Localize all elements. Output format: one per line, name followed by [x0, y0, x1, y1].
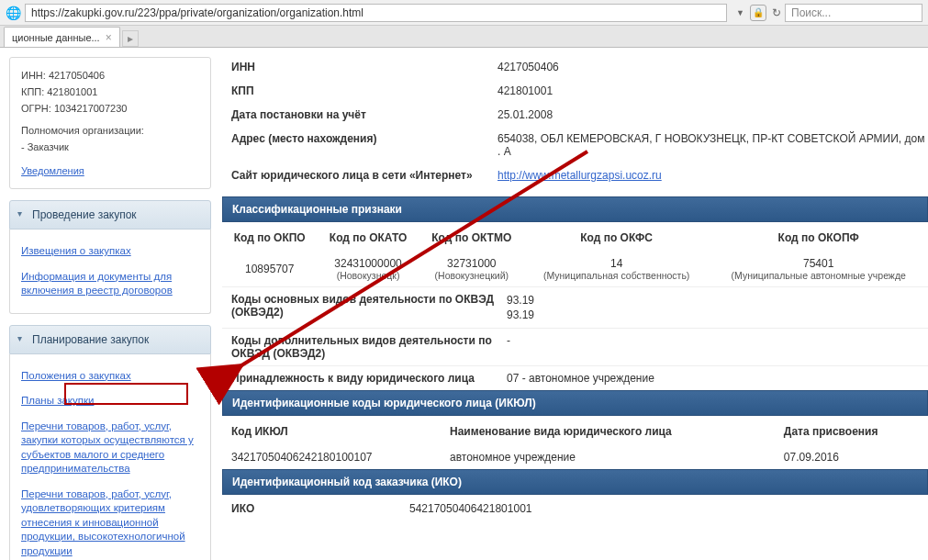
tab-nav-icon[interactable]: ▸ — [122, 30, 139, 47]
ikul-name-v: автономное учреждение — [446, 445, 780, 469]
address-label: Адрес (место нахождения) — [222, 132, 498, 158]
browser-address-bar: 🌐 https://zakupki.gov.ru/223/ppa/private… — [0, 0, 928, 26]
dropdown-icon[interactable]: ▼ — [736, 8, 744, 17]
url-text: https://zakupki.gov.ru/223/ppa/private/o… — [31, 6, 363, 19]
iko-value: 54217050406421801001 — [406, 497, 928, 521]
search-placeholder: Поиск... — [791, 6, 831, 19]
inn-label: ИНН — [222, 61, 498, 73]
inn-value: 4217050406 — [498, 61, 928, 73]
notifications-link[interactable]: Уведомления — [21, 165, 84, 176]
okved-main-label: Коды основных видов деятельности по ОКВЭ… — [222, 293, 507, 322]
page-body: ИНН: 4217050406 КПП: 421801001 ОГРН: 103… — [0, 48, 928, 560]
th-okato: Код по ОКАТО — [317, 224, 419, 252]
link-contract-registry[interactable]: Информация и документы для включения в р… — [21, 271, 173, 297]
ikul-date-h: Дата присвоения — [780, 418, 928, 445]
website-link[interactable]: http://www.metallurgzapsi.ucoz.ru — [498, 169, 662, 182]
nav-section-procurement-body: Извещения о закупках Информация и докуме… — [9, 230, 211, 314]
ikul-code-v: 34217050406242180100107 — [222, 445, 446, 469]
summary-kpp: КПП: 421801001 — [21, 84, 199, 100]
search-input[interactable]: Поиск... — [785, 4, 922, 22]
nav-section-planning[interactable]: Планирование закупок — [9, 325, 211, 354]
td-oktmo: 32731000(Новокузнецкий) — [419, 252, 524, 286]
reg-date-label: Дата постановки на учёт — [222, 108, 498, 121]
ikul-name-h: Наименование вида юридического лица — [446, 418, 780, 445]
td-okfs: 14(Муниципальная собственность) — [524, 252, 709, 286]
ikul-code-h: Код ИКЮЛ — [222, 418, 446, 445]
summary-powers-label: Полномочия организации: — [21, 122, 199, 139]
url-actions: ▼ 🔒 ↻ — [736, 5, 781, 21]
td-okato: 32431000000(Новокузнецк) — [317, 252, 419, 286]
ikul-band: Идентификационные коды юридического лица… — [222, 390, 928, 416]
okved-main-values: 93.1993.19 — [507, 293, 928, 322]
summary-ogrn: ОГРН: 1034217007230 — [21, 100, 199, 117]
td-okopf: 75401(Муниципальные автономные учрежде — [709, 252, 928, 286]
org-summary-card: ИНН: 4217050406 КПП: 421801001 ОГРН: 103… — [9, 57, 211, 189]
tab-title: ционные данные... — [12, 32, 100, 43]
iko-table: ИКО 54217050406421801001 — [222, 497, 928, 521]
summary-notifications: Уведомления — [21, 162, 199, 179]
kpp-label: КПП — [222, 84, 498, 97]
link-notices[interactable]: Извещения о закупках — [21, 245, 131, 256]
legal-type-value: 07 - автономное учреждение — [507, 372, 928, 385]
close-icon[interactable]: × — [106, 31, 112, 44]
org-details: ИНН 4217050406 КПП 421801001 Дата постан… — [222, 55, 928, 187]
sidebar: ИНН: 4217050406 КПП: 421801001 ОГРН: 103… — [0, 48, 218, 560]
th-okopf: Код по ОКОПФ — [709, 224, 928, 252]
kpp-value: 421801001 — [498, 84, 928, 97]
main-content: ИНН 4217050406 КПП 421801001 Дата постан… — [218, 48, 928, 560]
link-provisions[interactable]: Положения о закупках — [21, 370, 131, 381]
th-oktmo: Код по ОКТМО — [419, 224, 524, 252]
refresh-icon[interactable]: ↻ — [772, 6, 781, 19]
annotation-highlight-box — [64, 383, 188, 405]
classification-table: Код по ОКПО Код по ОКАТО Код по ОКТМО Ко… — [222, 224, 928, 286]
website-label: Сайт юридического лица в сети «Интернет» — [222, 169, 498, 182]
reg-date-value: 25.01.2008 — [498, 108, 928, 121]
link-sme-lists[interactable]: Перечни товаров, работ, услуг, закупки к… — [21, 420, 194, 475]
iko-label: ИКО — [222, 497, 406, 521]
browser-tab[interactable]: ционные данные... × — [4, 27, 120, 47]
td-okpo: 10895707 — [222, 252, 317, 286]
okved-add-value: - — [507, 334, 928, 360]
ikul-table: Код ИКЮЛ Наименование вида юридического … — [222, 418, 928, 469]
th-okfs: Код по ОКФС — [524, 224, 709, 252]
th-okpo: Код по ОКПО — [222, 224, 317, 252]
address-value: 654038, ОБЛ КЕМЕРОВСКАЯ, Г НОВОКУЗНЕЦК, … — [498, 132, 928, 158]
okved-add-label: Коды дополнительных видов деятельности п… — [222, 334, 507, 360]
classification-band: Классификационные признаки — [222, 196, 928, 222]
summary-inn: ИНН: 4217050406 — [21, 67, 199, 84]
link-innovation-lists[interactable]: Перечни товаров, работ, услуг, удовлетво… — [21, 488, 185, 556]
ikul-date-v: 07.09.2016 — [780, 445, 928, 469]
lock-icon[interactable]: 🔒 — [750, 5, 766, 21]
legal-type-label: Принадлежность к виду юридического лица — [222, 372, 507, 385]
tab-strip: ционные данные... × ▸ — [0, 26, 928, 48]
ie-icon: 🌐 — [6, 6, 21, 20]
iko-band: Идентификационный код заказчика (ИКО) — [222, 469, 928, 495]
summary-powers-value: - Заказчик — [21, 139, 199, 155]
url-input[interactable]: https://zakupki.gov.ru/223/ppa/private/o… — [25, 4, 727, 22]
nav-section-procurement[interactable]: Проведение закупок — [9, 200, 211, 230]
